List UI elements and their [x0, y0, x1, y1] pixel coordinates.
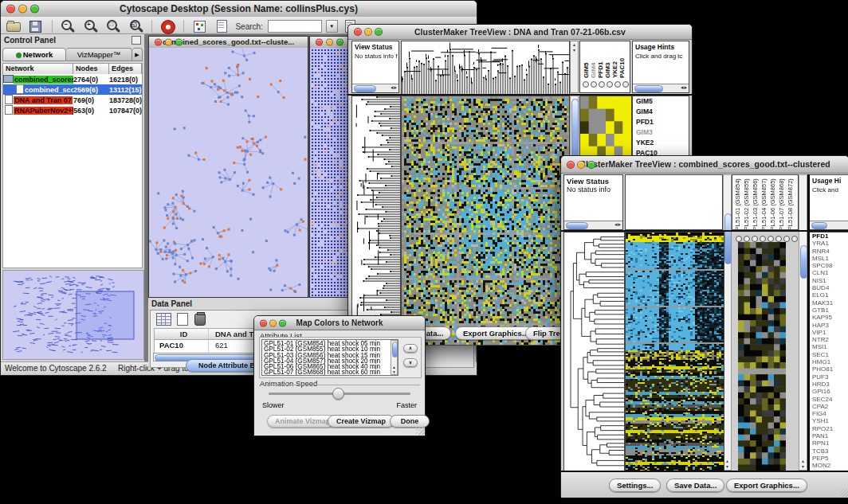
tv2-main-heatmap[interactable] — [625, 232, 724, 472]
zoom-selected-icon[interactable]: □ — [105, 19, 121, 33]
rotated-gene-label[interactable]: GIM3 — [604, 43, 611, 78]
gene-label[interactable]: YSH1 — [810, 417, 848, 424]
network-frame-titlebar[interactable]: combined_scores_good.txt--cluste... — [149, 37, 308, 49]
network-table-header[interactable]: Network Nodes Edges — [3, 64, 142, 74]
network-row[interactable]: DNA and Tran 07 769(0) 183728(0) — [3, 95, 142, 105]
gene-label[interactable]: PEP5 — [810, 455, 848, 462]
attribute-list-scrollbar[interactable]: ▲▼ — [391, 340, 398, 375]
column-label[interactable]: GPL51-04 (GSM857) — [760, 176, 769, 230]
gene-label[interactable]: BUD4 — [810, 284, 848, 291]
close-icon[interactable] — [155, 39, 162, 46]
gene-label[interactable]: RPN1 — [810, 440, 848, 447]
rotated-gene-label[interactable]: GIM4 — [590, 43, 597, 78]
gene-label[interactable]: NIS1 — [810, 277, 848, 284]
gene-label[interactable]: PFD1 — [634, 117, 689, 127]
gene-label[interactable]: SEC24 — [810, 396, 848, 403]
speed-slider-thumb[interactable] — [332, 388, 344, 400]
tv2-detail-heatmap[interactable] — [738, 242, 786, 471]
zoom-window-icon[interactable] — [279, 319, 286, 326]
move-up-button[interactable]: ∧ — [403, 344, 418, 353]
minimize-icon[interactable] — [577, 161, 585, 169]
search-dropdown-button[interactable]: ▼ — [326, 20, 338, 33]
tv2-export-graphics-button[interactable]: Export Graphics... — [726, 479, 807, 492]
gene-label[interactable]: CLN1 — [810, 269, 848, 276]
zoom-fit-icon[interactable]: ◱ — [128, 19, 144, 33]
rotated-gene-label[interactable]: GIM5 — [583, 43, 590, 78]
create-vizmap-button[interactable]: Create Vizmap — [328, 415, 395, 428]
vizmap-icon[interactable] — [192, 19, 208, 33]
help-lifesaver-icon[interactable] — [160, 19, 176, 33]
usage-hints-scrollbar[interactable]: ◂▸ — [633, 84, 689, 92]
window-controls[interactable] — [567, 161, 595, 169]
window-controls[interactable] — [354, 28, 383, 36]
search-input[interactable] — [268, 20, 322, 33]
new-attribute-icon[interactable] — [177, 313, 188, 326]
gene-label[interactable]: MAK31 — [810, 299, 848, 307]
save-icon[interactable] — [28, 19, 44, 33]
gene-label[interactable]: GTB1 — [810, 307, 848, 314]
view-status-scrollbar[interactable]: ◂▸ — [352, 84, 398, 92]
column-label[interactable]: GPL51-02 (GSM855) — [743, 176, 752, 230]
dialog-titlebar[interactable]: Map Colors to Network — [254, 316, 425, 330]
gene-label[interactable]: GIM4 — [634, 107, 689, 117]
birdseye-canvas[interactable] — [3, 271, 143, 359]
zoom-in-icon[interactable]: + — [83, 19, 99, 33]
gene-label[interactable]: YKE2 — [634, 138, 689, 148]
tab-network[interactable]: Network — [2, 48, 66, 61]
attribute-table-icon[interactable] — [156, 313, 171, 326]
gene-label[interactable]: KAP95 — [810, 314, 848, 321]
gene-label[interactable]: GIM5 — [634, 96, 689, 107]
zoom-window-icon[interactable] — [336, 39, 344, 46]
animate-vizmap-button[interactable]: Animate Vizmap — [267, 415, 336, 428]
tv1-row-dendrogram[interactable] — [351, 96, 401, 346]
tv2-detail-vscrollbar[interactable]: ▴▾ — [799, 174, 807, 471]
column-label[interactable]: GPL51-01 (GSM854) — [734, 176, 743, 230]
gene-label[interactable]: GPI16 — [810, 388, 848, 395]
column-label[interactable]: GPL51-08 (GSM872) — [787, 176, 795, 230]
birdseye-view[interactable] — [2, 270, 144, 360]
done-button[interactable]: Done — [390, 415, 430, 428]
gene-label[interactable]: MON2 — [810, 462, 848, 469]
gene-label[interactable]: PHO81 — [810, 365, 848, 373]
gene-label[interactable]: TCB3 — [810, 447, 848, 455]
close-icon[interactable] — [316, 39, 323, 46]
attribute-item[interactable]: GPL51-07 (GSM868) heat shock 60 min — [262, 369, 398, 375]
tv1-dendrogram-gutter[interactable]: ▴▾ — [570, 41, 579, 93]
minimize-icon[interactable] — [326, 39, 333, 46]
gene-label[interactable]: GIM3 — [634, 127, 689, 138]
window-controls[interactable] — [6, 5, 39, 14]
rotated-gene-label[interactable]: PAC10 — [618, 43, 626, 78]
gene-label[interactable]: SEC1 — [810, 351, 848, 358]
zoom-window-icon[interactable] — [375, 28, 383, 36]
tv2-column-tree-area[interactable] — [625, 174, 723, 230]
frame-window-controls[interactable] — [316, 39, 344, 46]
gene-label[interactable]: PAN1 — [810, 432, 848, 440]
window-controls[interactable] — [260, 319, 286, 326]
gene-label[interactable]: CPA2 — [810, 403, 848, 410]
annotation-page-icon[interactable] — [214, 19, 230, 33]
tv1-export-graphics-button[interactable]: Export Graphics... — [455, 326, 536, 340]
resize-grip[interactable] — [416, 427, 424, 435]
zoom-out-icon[interactable]: − — [60, 19, 76, 33]
network-row[interactable]: combined_scores 2764(0) 16218(0) — [3, 74, 142, 84]
gene-label[interactable]: SPC98 — [810, 262, 848, 269]
column-label[interactable]: GPL51-07 (GSM868) — [778, 176, 787, 230]
gene-label[interactable]: HAP3 — [810, 322, 848, 329]
open-folder-icon[interactable] — [6, 19, 22, 33]
gene-label[interactable]: ELG1 — [810, 291, 848, 299]
minimize-icon[interactable] — [364, 28, 372, 36]
delete-attribute-icon[interactable] — [194, 314, 206, 326]
tv1-column-dendrogram[interactable] — [401, 41, 570, 95]
gene-label[interactable]: RNR4 — [810, 248, 848, 255]
gene-label[interactable]: MSI1 — [810, 343, 848, 350]
main-titlebar[interactable]: Cytoscape Desktop (Session Name: collins… — [1, 1, 477, 18]
gene-label[interactable]: VIP1 — [810, 329, 848, 336]
zoom-window-icon[interactable] — [175, 39, 183, 46]
detail-toolbar-icons[interactable] — [582, 77, 630, 92]
treeview1-titlebar[interactable]: ClusterMaker TreeView : DNA and Tran 07-… — [348, 25, 692, 40]
rotated-gene-label[interactable]: PFD1 — [597, 43, 604, 78]
gene-label[interactable]: PUF3 — [810, 373, 848, 381]
attribute-listbox[interactable]: GPL51-01 (GSM854) heat shock 05 minGPL51… — [261, 339, 398, 376]
column-label[interactable]: GPL51-03 (GSM856) — [752, 176, 760, 230]
tv2-save-data-button[interactable]: Save Data... — [666, 479, 724, 492]
